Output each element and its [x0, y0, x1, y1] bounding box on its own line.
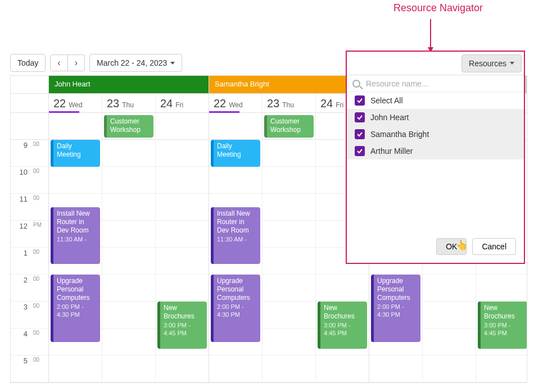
day-column[interactable]: Daily Meeting Install New Router in Dev …: [209, 140, 263, 382]
allday-cell[interactable]: Customer Workshop: [102, 113, 156, 139]
event-time: 2:00 PM - 4:30 PM: [217, 303, 257, 319]
calendar-event[interactable]: Daily Meeting: [211, 140, 260, 167]
select-all-item[interactable]: Select All: [347, 92, 524, 109]
calendar-event[interactable]: New Brochures 3:00 PM - 4:45 PM: [318, 302, 367, 349]
event-time: 2:00 PM - 4:30 PM: [57, 303, 97, 319]
today-button[interactable]: Today: [10, 54, 46, 72]
date-range-dropdown[interactable]: March 22 - 24, 2023: [89, 54, 182, 72]
day-header[interactable]: 24 Fri: [156, 94, 209, 112]
hour-row: 1100: [11, 194, 48, 221]
popup-footer: OK Cancel: [347, 233, 524, 263]
event-time: 2:00 PM - 4:30 PM: [377, 303, 417, 319]
day-column[interactable]: [263, 140, 316, 382]
calendar-event[interactable]: Upgrade Personal Computers 2:00 PM - 4:3…: [51, 275, 100, 342]
calendar-event[interactable]: New Brochures 3:00 PM - 4:45 PM: [478, 302, 527, 349]
grid-body: Daily Meeting Install New Router in Dev …: [209, 140, 369, 382]
allday-event[interactable]: Customer Workshop: [264, 115, 314, 138]
next-button[interactable]: ›: [68, 54, 85, 71]
day-header[interactable]: 22 Wed: [49, 94, 102, 112]
event-title: Daily Meeting: [57, 142, 97, 159]
caret-down-icon: [170, 62, 175, 65]
day-of-week: Fri: [336, 101, 343, 109]
allday-cell[interactable]: [209, 113, 263, 139]
event-title: Upgrade Personal Computers: [377, 277, 417, 302]
day-column[interactable]: [102, 140, 156, 382]
allday-cell[interactable]: Customer Workshop: [263, 113, 316, 139]
hour-suffix: 00: [31, 302, 47, 328]
today-indicator: [209, 111, 239, 113]
calendar-event[interactable]: Upgrade Personal Computers 2:00 PM - 4:3…: [371, 275, 420, 342]
chevron-left-icon: ‹: [57, 58, 60, 67]
allday-event[interactable]: Customer Workshop: [104, 115, 153, 138]
day-of-week: Wed: [69, 101, 82, 109]
resource-search-input[interactable]: [365, 79, 518, 89]
day-number: 23: [267, 97, 279, 110]
hour-suffix: 00: [31, 194, 47, 220]
date-range-label: March 22 - 24, 2023: [97, 58, 167, 68]
search-icon: [352, 80, 360, 88]
days-row: 22 Wed 23 Thu 24 Fri: [209, 94, 369, 113]
day-column[interactable]: New Brochures 3:00 PM - 4:45 PM: [156, 140, 209, 382]
event-time: 3:00 PM - 4:45 PM: [164, 322, 203, 338]
hour-suffix: 00: [31, 329, 47, 355]
hour-label: 12: [11, 221, 31, 247]
calendar-event[interactable]: Daily Meeting: [51, 140, 100, 167]
calendar-event[interactable]: New Brochures 3:00 PM - 4:45 PM: [157, 302, 207, 349]
event-time: 11:30 AM -: [217, 236, 257, 244]
resource-item-label: Samantha Bright: [370, 130, 429, 139]
grid-body: Daily Meeting Install New Router in Dev …: [49, 140, 209, 382]
event-title: Install New Router in Dev Room: [217, 209, 257, 235]
hour-row: 1000: [11, 167, 48, 194]
event-title: Daily Meeting: [217, 142, 257, 159]
allday-cell[interactable]: [156, 113, 209, 139]
calendar-event[interactable]: Install New Router in Dev Room 11:30 AM …: [211, 207, 260, 264]
nav-button-group: ‹ ›: [50, 54, 85, 71]
day-column[interactable]: Daily Meeting Install New Router in Dev …: [49, 140, 102, 382]
hour-row: 400: [11, 329, 48, 355]
calendar-event[interactable]: Install New Router in Dev Room 11:30 AM …: [51, 207, 100, 264]
hour-label: 4: [11, 329, 31, 355]
day-header[interactable]: 22 Wed: [209, 94, 263, 112]
resource-search: [347, 75, 524, 92]
event-title: New Brochures: [484, 304, 524, 321]
resource-header[interactable]: John Heart: [49, 76, 209, 94]
calendar-event[interactable]: Upgrade Personal Computers 2:00 PM - 4:3…: [211, 275, 260, 342]
hour-label: 1: [11, 248, 31, 274]
resource-item[interactable]: Arthur Miller: [347, 143, 524, 159]
checkbox-checked-icon: [355, 95, 365, 106]
resources-dropdown-button[interactable]: Resources: [461, 54, 522, 72]
prev-button[interactable]: ‹: [50, 54, 67, 71]
popup-header: Resources: [347, 52, 524, 75]
hour-row: 100: [11, 248, 48, 275]
event-title: Install New Router in Dev Room: [57, 209, 97, 235]
checkbox-checked-icon: [355, 146, 365, 156]
checkbox-checked-icon: [355, 112, 365, 122]
hour-label: 9: [11, 140, 31, 166]
event-time: 3:00 PM - 4:45 PM: [324, 322, 364, 338]
resource-column: John Heart 22 Wed 23 Thu 24 Fri Customer…: [49, 76, 209, 382]
resource-item[interactable]: Samantha Bright: [347, 126, 524, 143]
resource-header[interactable]: Samantha Bright: [209, 76, 369, 94]
today-indicator: [49, 111, 79, 113]
cancel-button[interactable]: Cancel: [472, 238, 516, 255]
day-header[interactable]: 23 Thu: [102, 94, 156, 112]
hour-suffix: 00: [31, 275, 47, 301]
allday-cell[interactable]: [49, 113, 102, 139]
event-title: New Brochures: [324, 304, 364, 321]
resources-button-label: Resources: [469, 58, 506, 69]
resource-item[interactable]: John Heart: [347, 109, 524, 126]
day-of-week: Thu: [122, 101, 134, 109]
day-header[interactable]: 23 Thu: [263, 94, 316, 112]
time-axis: 9001000110012PM100200300400500: [11, 76, 49, 382]
day-number: 24: [320, 97, 333, 110]
hour-row: 900: [11, 140, 48, 167]
event-title: New Brochures: [164, 304, 203, 321]
event-time: 3:00 PM - 4:45 PM: [484, 322, 524, 338]
annotation-label: Resource Navigator: [393, 2, 483, 14]
resource-item-label: Arthur Miller: [370, 147, 413, 156]
hour-suffix: 00: [31, 248, 47, 274]
ok-button[interactable]: OK: [436, 238, 467, 255]
event-time: 11:30 AM -: [57, 236, 97, 244]
select-all-label: Select All: [370, 96, 403, 105]
day-number: 24: [160, 97, 173, 110]
